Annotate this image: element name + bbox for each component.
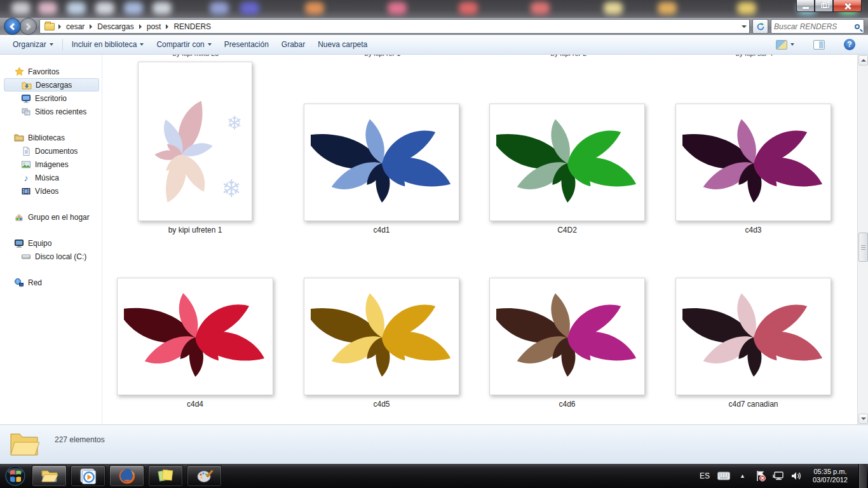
taskbar-firefox-button[interactable]: [109, 465, 144, 487]
restore-icon: [821, 3, 827, 8]
close-button[interactable]: [833, 0, 862, 12]
file-list[interactable]: by kipi miku 28 by kipi rer 1 by kipi re…: [102, 55, 857, 424]
breadcrumb-separator-icon: [90, 24, 92, 29]
breadcrumb-separator-icon: [139, 24, 142, 29]
breadcrumb[interactable]: cesar Descargas post RENDERS: [39, 19, 750, 34]
taskbar-media-player-button[interactable]: [71, 465, 105, 487]
sidebar-item-escritorio[interactable]: Escritorio: [0, 92, 102, 105]
file-label: c4d7 canadian: [675, 400, 831, 409]
forward-button[interactable]: [20, 18, 37, 35]
taskbar-sticky-notes-button[interactable]: [148, 465, 183, 487]
sidebar-section-favoritos[interactable]: Favoritos: [0, 65, 102, 78]
slideshow-button[interactable]: Presentación: [218, 37, 275, 52]
sidebar-item-label: Música: [35, 173, 59, 182]
help-icon: [844, 39, 855, 50]
file-thumbnail[interactable]: ❄ ❄: [138, 62, 252, 221]
arrow-up-icon: [861, 59, 866, 62]
volume-icon[interactable]: [790, 471, 802, 481]
file-thumbnail[interactable]: [117, 278, 273, 395]
scroll-up-button[interactable]: [858, 55, 868, 65]
back-arrow-icon: [10, 23, 17, 30]
sidebar-section-red[interactable]: Red: [0, 276, 102, 289]
search-input[interactable]: [774, 22, 855, 31]
document-icon: [21, 146, 31, 156]
close-icon: [844, 3, 851, 10]
network-icon: [14, 278, 24, 288]
file-label-partial[interactable]: by kipi rer 1: [365, 55, 401, 57]
explorer-icon: [41, 468, 58, 484]
taskbar-explorer-button[interactable]: [32, 465, 67, 487]
snowflake-icon: ❄: [221, 175, 241, 203]
share-with-button[interactable]: Compartir con: [150, 37, 217, 52]
navigation-pane: Favoritos Descargas Escritorio Sitios re…: [0, 55, 102, 424]
minimize-button[interactable]: [796, 0, 815, 12]
change-view-button[interactable]: [770, 37, 801, 53]
burn-button[interactable]: Grabar: [275, 37, 311, 52]
preview-pane-button[interactable]: [807, 37, 831, 53]
title-bar[interactable]: [0, 0, 868, 18]
include-in-library-button[interactable]: Incluir en biblioteca: [65, 37, 151, 52]
sidebar-item-descargas[interactable]: Descargas: [4, 78, 99, 92]
breadcrumb-item-post[interactable]: post: [144, 21, 165, 32]
sidebar-item-disco-local[interactable]: Disco local (C:): [0, 250, 102, 263]
music-icon: ♪: [21, 173, 31, 183]
start-button[interactable]: [3, 464, 28, 487]
details-pane: 227 elementos: [0, 424, 868, 464]
network-tray-icon[interactable]: [772, 471, 785, 482]
clock[interactable]: 05:35 p.m. 03/07/2012: [813, 468, 848, 484]
hard-disk-icon: [21, 252, 31, 262]
desktop-icon: [21, 93, 31, 104]
organize-button[interactable]: Organizar: [6, 37, 60, 52]
sidebar-item-musica[interactable]: ♪ Música: [0, 171, 102, 184]
restore-button[interactable]: [815, 0, 833, 12]
scroll-down-button[interactable]: [858, 414, 868, 424]
show-desktop-button[interactable]: [858, 464, 867, 488]
back-button[interactable]: [4, 18, 21, 35]
scrollbar-thumb[interactable]: [858, 233, 868, 262]
file-label: c4d4: [117, 400, 273, 409]
help-button[interactable]: [837, 36, 862, 53]
taskbar-paint-button[interactable]: [187, 465, 222, 487]
file-label-partial[interactable]: by kipi sur 4: [736, 55, 773, 57]
file-thumbnail[interactable]: [489, 278, 645, 395]
breadcrumb-item-renders[interactable]: RENDERS: [170, 21, 214, 32]
sidebar-item-documentos[interactable]: Documentos: [0, 144, 102, 158]
include-label: Incluir en biblioteca: [72, 40, 137, 49]
file-label-partial[interactable]: by kipi miku 28: [173, 55, 219, 57]
breadcrumb-separator-icon: [166, 24, 168, 29]
new-folder-button[interactable]: Nueva carpeta: [311, 37, 374, 52]
sidebar-item-imagenes[interactable]: Imágenes: [0, 158, 102, 171]
forward-arrow-icon: [24, 23, 31, 30]
sidebar-item-label: Documentos: [35, 147, 78, 156]
file-thumbnail[interactable]: [675, 104, 831, 221]
show-hidden-icons-button[interactable]: ▲: [740, 473, 745, 479]
window-controls: [796, 0, 862, 12]
media-player-icon: [79, 468, 97, 485]
sidebar-section-bibliotecas[interactable]: Bibliotecas: [0, 131, 102, 144]
file-thumbnail[interactable]: [489, 104, 645, 221]
breadcrumb-item-cesar[interactable]: cesar: [63, 21, 88, 32]
search-icon[interactable]: [855, 24, 860, 29]
preview-pane-icon: [813, 40, 825, 50]
vertical-scrollbar[interactable]: [857, 55, 868, 424]
chevron-down-icon: [140, 43, 144, 46]
language-indicator[interactable]: ES: [698, 470, 712, 482]
refresh-button[interactable]: [752, 19, 768, 34]
address-bar: cesar Descargas post RENDERS: [0, 18, 868, 35]
sidebar-item-label: Descargas: [36, 81, 72, 90]
file-thumbnail[interactable]: [304, 278, 459, 395]
keyboard-icon[interactable]: [717, 471, 730, 480]
file-thumbnail[interactable]: [675, 278, 831, 395]
sidebar-item-sitios-recientes[interactable]: Sitios recientes: [0, 105, 102, 118]
arrow-down-icon: [861, 417, 866, 420]
file-label-partial[interactable]: by kipi rer 2: [551, 55, 587, 57]
sidebar-item-videos[interactable]: Vídeos: [0, 184, 102, 198]
address-dropdown-icon[interactable]: [742, 25, 747, 28]
file-label: c4d3: [675, 226, 831, 234]
sidebar-section-grupo-hogar[interactable]: Grupo en el hogar: [0, 210, 102, 224]
action-center-flag-icon[interactable]: [755, 470, 766, 482]
file-thumbnail[interactable]: [304, 104, 459, 221]
tray-time: 05:35 p.m.: [813, 468, 848, 476]
sidebar-section-equipo[interactable]: Equipo: [0, 236, 102, 250]
breadcrumb-item-descargas[interactable]: Descargas: [94, 21, 137, 32]
